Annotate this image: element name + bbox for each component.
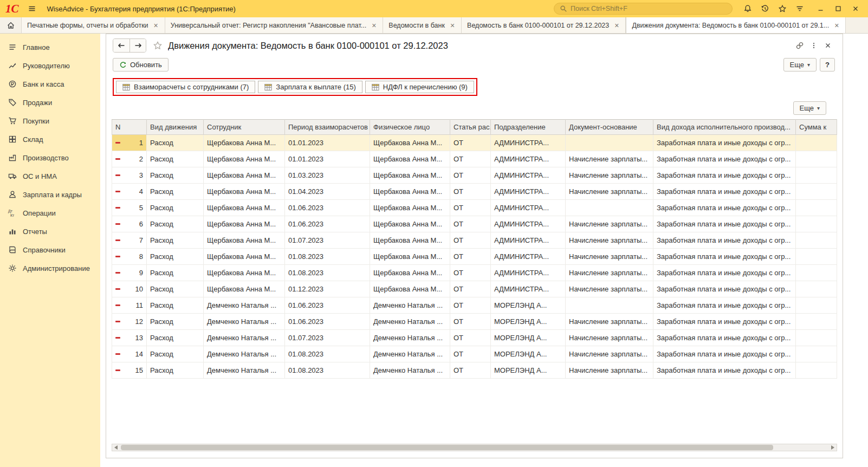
back-button[interactable] — [113, 39, 129, 52]
table-row[interactable]: 1РасходЩербакова Анна М...01.01.2023Щерб… — [112, 135, 837, 151]
register-tab-button[interactable]: НДФЛ к перечислению (9) — [365, 81, 474, 93]
table-row[interactable]: 11РасходДемченко Наталья ...01.06.2023Де… — [112, 297, 837, 314]
content-area: Движения документа: Ведомость в банк 010… — [100, 34, 868, 467]
column-header[interactable]: Подразделение — [491, 120, 566, 135]
more-button-table[interactable]: Еще ▾ — [793, 101, 826, 115]
column-header[interactable]: Вид движения — [147, 120, 204, 135]
service-menu-button[interactable] — [792, 2, 807, 15]
help-button[interactable]: ? — [820, 58, 835, 72]
table-row[interactable]: 12РасходДемченко Наталья ...01.06.2023Де… — [112, 314, 837, 330]
sidebar-item-otchety[interactable]: Отчеты — [0, 222, 100, 241]
sidebar-item-bank-i-kassa[interactable]: Банк и касса — [0, 75, 100, 93]
sidebar-item-operacii[interactable]: ДтКт Операции — [0, 204, 100, 222]
table-cell: АДМИНИСТРА... — [491, 135, 566, 151]
add-to-favorites-button[interactable] — [153, 41, 163, 50]
row-number-cell: 15 — [112, 362, 147, 379]
table-row[interactable]: 4РасходЩербакова Анна М...01.04.2023Щерб… — [112, 184, 837, 200]
star-icon — [778, 4, 787, 13]
register-table-icon — [264, 83, 272, 91]
register-tab-button[interactable]: Зарплата к выплате (15) — [258, 81, 362, 93]
table-row[interactable]: 6РасходЩербакова Анна М...01.06.2023Щерб… — [112, 216, 837, 232]
table-cell: Расход — [147, 151, 204, 167]
maximize-button[interactable] — [830, 2, 846, 15]
table-row[interactable]: 7РасходЩербакова Анна М...01.07.2023Щерб… — [112, 232, 837, 249]
search-input[interactable]: Поиск Ctrl+Shift+F — [554, 3, 733, 15]
sidebar-item-administrirovanie[interactable]: Администрирование — [0, 259, 100, 277]
column-header[interactable]: Период взаиморасчетов — [285, 120, 370, 135]
close-panel-button[interactable] — [821, 40, 835, 51]
document-tab[interactable]: Универсальный отчет: Регистр накопления … — [165, 17, 384, 33]
row-marker-icon — [115, 174, 120, 176]
table-row[interactable]: 15РасходДемченко Наталья ...01.08.2023Де… — [112, 362, 837, 379]
sidebar-item-proizvodstvo[interactable]: Производство — [0, 148, 100, 167]
document-tab[interactable]: Печатные формы, отчеты и обработки × — [22, 17, 165, 33]
table-row[interactable]: 5РасходЩербакова Анна М...01.06.2023Щерб… — [112, 200, 837, 216]
sidebar-item-rukovoditelyu[interactable]: Руководителю — [0, 56, 100, 75]
table-cell: Начисление зарплаты... — [566, 216, 653, 232]
column-header[interactable]: Статья рас... — [450, 120, 491, 135]
table-cell: Щербакова Анна М... — [204, 265, 285, 281]
table-cell: ОТ — [450, 281, 491, 297]
tab-close-icon[interactable]: × — [613, 21, 620, 30]
document-tab[interactable]: Ведомость в банк 0100-000101 от 29.12.20… — [462, 17, 626, 33]
horizontal-scrollbar[interactable] — [112, 444, 837, 451]
register-tab-button[interactable]: Взаиморасчеты с сотрудниками (7) — [116, 81, 255, 93]
sidebar-item-spravochniki[interactable]: Справочники — [0, 241, 100, 259]
scrollbar-track[interactable] — [120, 444, 829, 451]
table-cell: АДМИНИСТРА... — [491, 216, 566, 232]
table-cell: АДМИНИСТРА... — [491, 200, 566, 216]
tab-close-icon[interactable]: × — [833, 21, 840, 30]
table-cell: АДМИНИСТРА... — [491, 184, 566, 200]
more-button-top[interactable]: Еще ▾ — [783, 58, 817, 72]
refresh-button[interactable]: Обновить — [113, 58, 169, 72]
table-row[interactable]: 3РасходЩербакова Анна М...01.03.2023Щерб… — [112, 167, 837, 184]
home-tab-button[interactable] — [0, 17, 22, 33]
tab-close-icon[interactable]: × — [153, 21, 159, 30]
sidebar-item-glavnoe[interactable]: Главное — [0, 38, 100, 56]
person-icon — [8, 190, 17, 199]
sidebar-item-prodazhi[interactable]: Продажи — [0, 93, 100, 112]
table-cell: Начисление зарплаты... — [566, 249, 653, 265]
tab-close-icon[interactable]: × — [371, 21, 377, 30]
document-tab[interactable]: Движения документа: Ведомость в банк 010… — [626, 17, 846, 33]
sidebar-item-pokupki[interactable]: Покупки — [0, 112, 100, 130]
table-row[interactable]: 13РасходДемченко Наталья ...01.07.2023Де… — [112, 330, 837, 346]
table-row[interactable]: 10РасходЩербакова Анна М...01.12.2023Щер… — [112, 281, 837, 297]
column-header[interactable]: Сумма к — [796, 120, 837, 135]
forward-button[interactable] — [129, 39, 146, 52]
column-header[interactable]: Вид дохода исполнительного производ... — [653, 120, 796, 135]
table-row[interactable]: 8РасходЩербакова Анна М...01.08.2023Щерб… — [112, 249, 837, 265]
table-cell: 01.08.2023 — [285, 346, 370, 362]
column-header[interactable]: Физическое лицо — [370, 120, 450, 135]
scroll-left-button[interactable] — [112, 444, 120, 451]
table-row[interactable]: 9РасходЩербакова Анна М...01.08.2023Щерб… — [112, 265, 837, 281]
table-row[interactable]: 14РасходДемченко Наталья ...01.08.2023Де… — [112, 346, 837, 362]
table-cell: 01.01.2023 — [285, 151, 370, 167]
table-row[interactable]: 2РасходЩербакова Анна М...01.01.2023Щерб… — [112, 151, 837, 167]
get-link-button[interactable] — [793, 40, 807, 51]
table-cell: 01.07.2023 — [285, 330, 370, 346]
scrollbar-thumb[interactable] — [121, 445, 773, 450]
table-cell — [796, 167, 837, 184]
table-cell: Заработная плата и иные доходы с огр... — [653, 346, 796, 362]
tab-close-icon[interactable]: × — [449, 21, 456, 30]
sidebar-item-sklad[interactable]: Склад — [0, 130, 100, 148]
sidebar-item-os-i-nma[interactable]: ОС и НМА — [0, 167, 100, 185]
minimize-button[interactable] — [813, 2, 829, 15]
window-more-button[interactable] — [807, 40, 821, 51]
history-button[interactable] — [757, 2, 773, 15]
table-cell: 01.03.2023 — [285, 167, 370, 184]
main-menu-button[interactable] — [24, 2, 40, 15]
column-header[interactable]: N — [112, 120, 147, 135]
column-header[interactable]: Сотрудник — [204, 120, 285, 135]
table-cell: Заработная плата и иные доходы с огр... — [653, 314, 796, 330]
scroll-right-button[interactable] — [829, 444, 837, 451]
favorites-button[interactable] — [775, 2, 790, 15]
document-tab[interactable]: Ведомости в банк × — [383, 17, 462, 33]
row-number: 9 — [139, 269, 143, 277]
notifications-button[interactable] — [740, 2, 755, 15]
close-window-button[interactable] — [847, 2, 864, 15]
sidebar-item-zarplata-i-kadry[interactable]: Зарплата и кадры — [0, 185, 100, 204]
table-cell — [796, 265, 837, 281]
column-header[interactable]: Документ-основание — [566, 120, 653, 135]
